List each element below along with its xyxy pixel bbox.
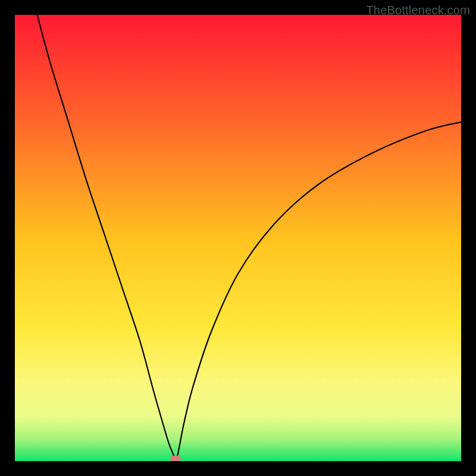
plot-svg [15,15,461,461]
chart-canvas: TheBottleneck.com [0,0,476,476]
plot-area [15,15,461,461]
gradient-background [15,15,461,461]
